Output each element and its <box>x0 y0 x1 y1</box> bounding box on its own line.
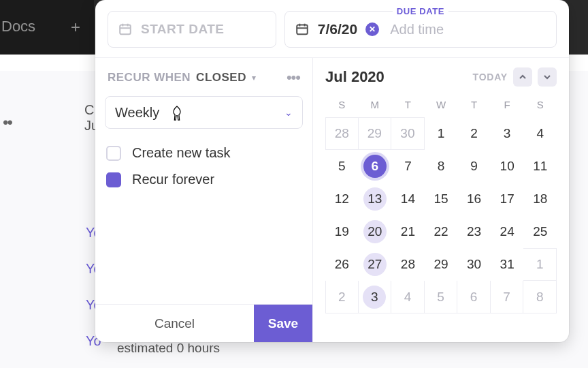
calendar-day[interactable]: 30 <box>457 248 491 281</box>
recur-more-icon[interactable]: ••• <box>287 69 300 87</box>
calendar-day[interactable]: 5 <box>425 281 458 313</box>
calendar-grid: SMTWTFS 28293012345678910111213141516171… <box>325 93 557 313</box>
create-new-task-checkbox[interactable]: Create new task <box>105 140 303 166</box>
calendar-day[interactable]: 4 <box>523 117 557 150</box>
calendar-day[interactable]: 21 <box>391 215 425 248</box>
calendar-day[interactable]: 17 <box>491 183 524 215</box>
chevron-down-icon: ▾ <box>252 73 256 82</box>
calendar-day[interactable]: 25 <box>523 215 557 248</box>
calendar-day[interactable]: 1 <box>425 117 458 150</box>
calendar-day[interactable]: 22 <box>425 215 458 248</box>
month-label: Jul 2020 <box>325 68 385 86</box>
cursor-icon <box>169 105 184 123</box>
clear-due-date-button[interactable]: ✕ <box>365 22 379 36</box>
calendar-icon <box>295 22 310 37</box>
bg-estimate: estimated 0 hours <box>117 341 220 356</box>
calendar-day[interactable]: 2 <box>325 281 359 313</box>
save-button[interactable]: Save <box>254 305 312 342</box>
calendar-day[interactable]: 6 <box>359 150 392 183</box>
calendar-day[interactable]: 7 <box>491 281 524 313</box>
svg-rect-0 <box>120 25 131 35</box>
calendar-day[interactable]: 6 <box>457 281 491 313</box>
calendar-day[interactable]: 13 <box>359 183 392 215</box>
calendar-day[interactable]: 16 <box>457 183 491 215</box>
day-of-week-header: S <box>523 93 557 117</box>
more-icon[interactable]: •• <box>3 113 12 132</box>
checkbox-checked-icon <box>106 172 121 187</box>
recurrence-panel: RECUR WHEN CLOSED ▾ ••• Weekly ⌄ Create … <box>95 58 313 342</box>
start-date-placeholder: START DATE <box>141 22 225 37</box>
checkbox-icon <box>106 146 121 161</box>
frequency-value: Weekly <box>115 105 159 121</box>
calendar-day[interactable]: 2 <box>457 117 491 150</box>
calendar-day[interactable]: 1 <box>523 248 557 281</box>
add-time-button[interactable]: Add time <box>390 22 444 37</box>
calendar-day[interactable]: 15 <box>425 183 458 215</box>
calendar-day[interactable]: 10 <box>491 150 524 183</box>
calendar-day[interactable]: 23 <box>457 215 491 248</box>
calendar-day[interactable]: 8 <box>425 150 458 183</box>
calendar-day[interactable]: 28 <box>325 117 359 150</box>
calendar-day[interactable]: 19 <box>325 215 359 248</box>
start-date-field[interactable]: START DATE <box>108 11 276 48</box>
day-of-week-header: T <box>457 93 491 117</box>
prev-month-button[interactable] <box>513 67 532 87</box>
calendar-day[interactable]: 12 <box>325 183 359 215</box>
day-of-week-header: F <box>491 93 524 117</box>
calendar-day[interactable]: 27 <box>359 248 392 281</box>
calendar-day[interactable]: 30 <box>391 117 425 150</box>
calendar-panel: Jul 2020 TODAY SMTWTFS 28293012345678910… <box>313 58 569 342</box>
due-date-label: DUE DATE <box>393 6 448 16</box>
calendar-day[interactable]: 29 <box>359 117 392 150</box>
frequency-select[interactable]: Weekly ⌄ <box>105 96 303 129</box>
calendar-icon <box>118 22 133 37</box>
recur-trigger-dropdown[interactable]: CLOSED <box>196 71 246 85</box>
today-button[interactable]: TODAY <box>473 72 508 82</box>
day-of-week-header: S <box>325 93 359 117</box>
calendar-day[interactable]: 31 <box>491 248 524 281</box>
cancel-button[interactable]: Cancel <box>95 305 254 342</box>
day-of-week-header: W <box>425 93 458 117</box>
chevron-down-icon: ⌄ <box>284 107 293 118</box>
calendar-day[interactable]: 14 <box>391 183 425 215</box>
calendar-day[interactable]: 7 <box>391 150 425 183</box>
calendar-day[interactable]: 3 <box>359 281 392 313</box>
calendar-day[interactable]: 4 <box>391 281 425 313</box>
calendar-day[interactable]: 11 <box>523 150 557 183</box>
calendar-day[interactable]: 3 <box>491 117 524 150</box>
next-month-button[interactable] <box>538 67 557 87</box>
calendar-day[interactable]: 5 <box>325 150 359 183</box>
recur-forever-checkbox[interactable]: Recur forever <box>105 166 303 193</box>
due-date-field[interactable]: DUE DATE 7/6/20 ✕ Add time <box>284 11 557 48</box>
calendar-day[interactable]: 24 <box>491 215 524 248</box>
calendar-day[interactable]: 28 <box>391 248 425 281</box>
calendar-day[interactable]: 8 <box>523 281 557 313</box>
day-of-week-header: T <box>391 93 425 117</box>
calendar-day[interactable]: 29 <box>425 248 458 281</box>
calendar-day[interactable]: 9 <box>457 150 491 183</box>
due-date-value: 7/6/20 <box>318 21 357 37</box>
dim-overlay <box>0 0 94 55</box>
svg-rect-1 <box>297 25 308 35</box>
recur-label: RECUR WHEN <box>108 71 191 85</box>
date-recurrence-modal: START DATE DUE DATE 7/6/20 ✕ Add time RE… <box>95 0 569 342</box>
calendar-day[interactable]: 20 <box>359 215 392 248</box>
calendar-day[interactable]: 26 <box>325 248 359 281</box>
day-of-week-header: M <box>359 93 392 117</box>
calendar-day[interactable]: 18 <box>523 183 557 215</box>
